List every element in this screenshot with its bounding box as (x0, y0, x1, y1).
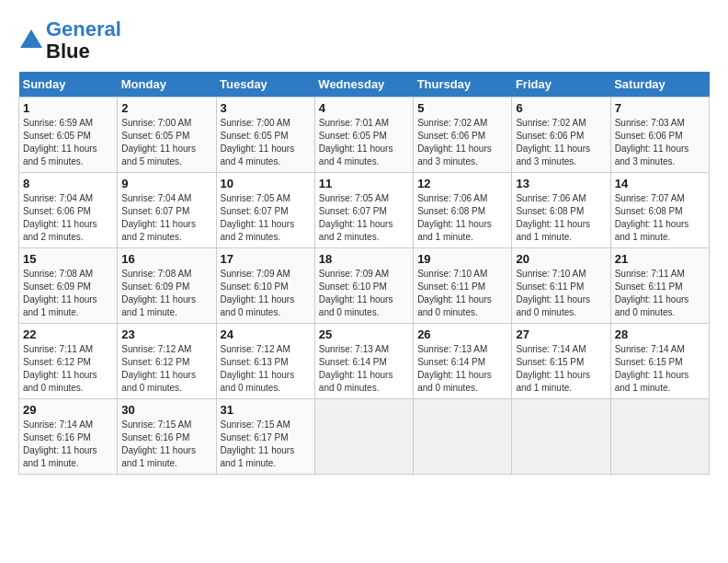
calendar-week-1: 1 Sunrise: 6:59 AMSunset: 6:05 PMDayligh… (19, 98, 710, 173)
calendar-cell: 26 Sunrise: 7:13 AMSunset: 6:14 PMDaylig… (414, 324, 512, 399)
calendar-cell: 10 Sunrise: 7:05 AMSunset: 6:07 PMDaylig… (216, 173, 314, 248)
day-number: 7 (615, 101, 705, 115)
day-number: 15 (23, 252, 113, 266)
calendar-cell: 5 Sunrise: 7:02 AMSunset: 6:06 PMDayligh… (414, 98, 512, 173)
calendar-cell: 6 Sunrise: 7:02 AMSunset: 6:06 PMDayligh… (512, 98, 610, 173)
day-detail: Sunrise: 7:15 AMSunset: 6:16 PMDaylight:… (121, 419, 211, 470)
calendar-cell: 16 Sunrise: 7:08 AMSunset: 6:09 PMDaylig… (118, 248, 216, 324)
calendar-cell (610, 399, 709, 475)
day-detail: Sunrise: 7:08 AMSunset: 6:09 PMDaylight:… (23, 268, 113, 319)
day-number: 22 (23, 327, 113, 341)
calendar-header-row: SundayMondayTuesdayWednesdayThursdayFrid… (19, 72, 710, 98)
day-number: 31 (221, 403, 311, 417)
calendar-cell: 24 Sunrise: 7:12 AMSunset: 6:13 PMDaylig… (216, 324, 314, 399)
calendar-week-2: 8 Sunrise: 7:04 AMSunset: 6:06 PMDayligh… (19, 173, 710, 248)
calendar-cell: 25 Sunrise: 7:13 AMSunset: 6:14 PMDaylig… (314, 324, 413, 399)
day-detail: Sunrise: 7:13 AMSunset: 6:14 PMDaylight:… (417, 343, 507, 395)
day-number: 24 (221, 327, 311, 341)
day-number: 3 (221, 101, 311, 115)
day-detail: Sunrise: 7:02 AMSunset: 6:06 PMDaylight:… (516, 117, 606, 168)
calendar-cell: 27 Sunrise: 7:14 AMSunset: 6:15 PMDaylig… (512, 324, 610, 399)
calendar-week-4: 22 Sunrise: 7:11 AMSunset: 6:12 PMDaylig… (19, 324, 710, 399)
calendar-cell: 31 Sunrise: 7:15 AMSunset: 6:17 PMDaylig… (216, 399, 314, 475)
calendar-cell: 23 Sunrise: 7:12 AMSunset: 6:12 PMDaylig… (118, 324, 216, 399)
calendar-cell: 12 Sunrise: 7:06 AMSunset: 6:08 PMDaylig… (414, 173, 512, 248)
header-wednesday: Wednesday (314, 72, 413, 98)
calendar-cell: 13 Sunrise: 7:06 AMSunset: 6:08 PMDaylig… (512, 173, 610, 248)
calendar-cell: 2 Sunrise: 7:00 AMSunset: 6:05 PMDayligh… (118, 98, 216, 173)
day-number: 14 (615, 177, 705, 190)
day-number: 19 (417, 252, 507, 266)
calendar-cell: 20 Sunrise: 7:10 AMSunset: 6:11 PMDaylig… (512, 248, 610, 324)
day-detail: Sunrise: 7:09 AMSunset: 6:10 PMDaylight:… (319, 268, 409, 319)
header-sunday: Sunday (19, 72, 118, 98)
day-detail: Sunrise: 7:14 AMSunset: 6:16 PMDaylight:… (23, 419, 113, 470)
calendar-cell: 14 Sunrise: 7:07 AMSunset: 6:08 PMDaylig… (610, 173, 709, 248)
logo-text: GeneralBlue (46, 18, 121, 63)
day-number: 9 (121, 177, 211, 190)
page-header: GeneralBlue (18, 18, 710, 63)
day-detail: Sunrise: 7:06 AMSunset: 6:08 PMDaylight:… (417, 192, 507, 244)
calendar-table: SundayMondayTuesdayWednesdayThursdayFrid… (18, 72, 710, 475)
day-number: 13 (516, 177, 606, 190)
day-detail: Sunrise: 7:05 AMSunset: 6:07 PMDaylight:… (319, 192, 409, 244)
calendar-cell: 30 Sunrise: 7:15 AMSunset: 6:16 PMDaylig… (118, 399, 216, 475)
svg-marker-0 (20, 29, 42, 48)
calendar-cell: 8 Sunrise: 7:04 AMSunset: 6:06 PMDayligh… (19, 173, 118, 248)
day-detail: Sunrise: 7:05 AMSunset: 6:07 PMDaylight:… (221, 192, 311, 244)
header-tuesday: Tuesday (216, 72, 314, 98)
logo-icon (18, 28, 44, 53)
calendar-cell: 1 Sunrise: 6:59 AMSunset: 6:05 PMDayligh… (19, 98, 118, 173)
day-number: 11 (319, 177, 409, 190)
day-number: 27 (516, 327, 606, 341)
day-number: 5 (417, 101, 507, 115)
day-number: 12 (417, 177, 507, 190)
calendar-cell: 29 Sunrise: 7:14 AMSunset: 6:16 PMDaylig… (19, 399, 118, 475)
day-detail: Sunrise: 7:03 AMSunset: 6:06 PMDaylight:… (615, 117, 705, 168)
day-number: 29 (23, 403, 113, 417)
day-number: 23 (121, 327, 211, 341)
calendar-cell: 28 Sunrise: 7:14 AMSunset: 6:15 PMDaylig… (610, 324, 709, 399)
day-number: 10 (221, 177, 311, 190)
day-detail: Sunrise: 7:00 AMSunset: 6:05 PMDaylight:… (121, 117, 211, 168)
day-number: 30 (121, 403, 211, 417)
day-detail: Sunrise: 7:14 AMSunset: 6:15 PMDaylight:… (516, 343, 606, 395)
day-detail: Sunrise: 7:07 AMSunset: 6:08 PMDaylight:… (615, 192, 705, 244)
calendar-cell (414, 399, 512, 475)
calendar-cell: 17 Sunrise: 7:09 AMSunset: 6:10 PMDaylig… (216, 248, 314, 324)
day-detail: Sunrise: 7:12 AMSunset: 6:12 PMDaylight:… (121, 343, 211, 395)
day-number: 6 (516, 101, 606, 115)
day-number: 20 (516, 252, 606, 266)
calendar-cell: 3 Sunrise: 7:00 AMSunset: 6:05 PMDayligh… (216, 98, 314, 173)
calendar-cell: 4 Sunrise: 7:01 AMSunset: 6:05 PMDayligh… (314, 98, 413, 173)
calendar-cell: 11 Sunrise: 7:05 AMSunset: 6:07 PMDaylig… (314, 173, 413, 248)
calendar-week-3: 15 Sunrise: 7:08 AMSunset: 6:09 PMDaylig… (19, 248, 710, 324)
day-detail: Sunrise: 7:10 AMSunset: 6:11 PMDaylight:… (516, 268, 606, 319)
day-number: 4 (319, 101, 409, 115)
header-thursday: Thursday (414, 72, 512, 98)
calendar-cell: 15 Sunrise: 7:08 AMSunset: 6:09 PMDaylig… (19, 248, 118, 324)
day-detail: Sunrise: 7:14 AMSunset: 6:15 PMDaylight:… (615, 343, 705, 395)
day-number: 17 (221, 252, 311, 266)
day-detail: Sunrise: 7:01 AMSunset: 6:05 PMDaylight:… (319, 117, 409, 168)
day-detail: Sunrise: 7:11 AMSunset: 6:11 PMDaylight:… (615, 268, 705, 319)
day-number: 2 (121, 101, 211, 115)
day-detail: Sunrise: 6:59 AMSunset: 6:05 PMDaylight:… (23, 117, 113, 168)
calendar-cell: 18 Sunrise: 7:09 AMSunset: 6:10 PMDaylig… (314, 248, 413, 324)
header-saturday: Saturday (610, 72, 709, 98)
day-number: 1 (23, 101, 113, 115)
day-detail: Sunrise: 7:09 AMSunset: 6:10 PMDaylight:… (221, 268, 311, 319)
day-number: 16 (121, 252, 211, 266)
day-detail: Sunrise: 7:15 AMSunset: 6:17 PMDaylight:… (221, 419, 311, 470)
day-number: 28 (615, 327, 705, 341)
day-detail: Sunrise: 7:08 AMSunset: 6:09 PMDaylight:… (121, 268, 211, 319)
day-number: 21 (615, 252, 705, 266)
day-number: 8 (23, 177, 113, 190)
calendar-cell: 19 Sunrise: 7:10 AMSunset: 6:11 PMDaylig… (414, 248, 512, 324)
calendar-cell: 7 Sunrise: 7:03 AMSunset: 6:06 PMDayligh… (610, 98, 709, 173)
day-detail: Sunrise: 7:13 AMSunset: 6:14 PMDaylight:… (319, 343, 409, 395)
day-detail: Sunrise: 7:11 AMSunset: 6:12 PMDaylight:… (23, 343, 113, 395)
day-number: 18 (319, 252, 409, 266)
calendar-cell (314, 399, 413, 475)
day-number: 25 (319, 327, 409, 341)
